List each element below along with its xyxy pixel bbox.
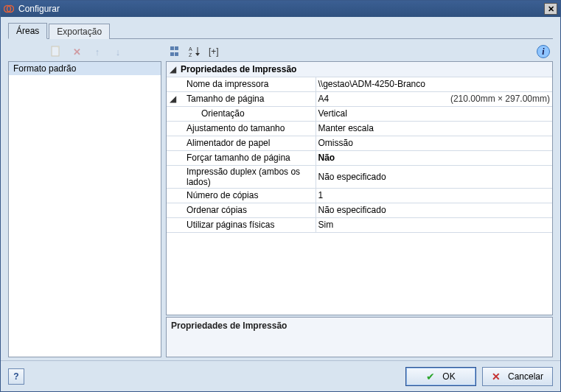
svg-text:Z: Z bbox=[189, 52, 192, 57]
property-value[interactable]: Vertical bbox=[316, 106, 552, 121]
close-button[interactable]: ✕ bbox=[544, 3, 557, 15]
property-label: Impressão duplex (ambos os lados) bbox=[181, 167, 313, 187]
expand-all-button[interactable]: [+] bbox=[209, 46, 219, 57]
list-item-label: Formato padrão bbox=[13, 63, 76, 74]
tab-areas[interactable]: Áreas bbox=[8, 23, 47, 39]
tab-label: Áreas bbox=[16, 26, 39, 36]
property-label: Número de cópias bbox=[181, 190, 258, 200]
titlebar: Configurar ✕ bbox=[1, 1, 560, 17]
property-grid[interactable]: ◢ Propriedades de Impressão Nome da impr… bbox=[166, 61, 553, 315]
x-icon: ✕ bbox=[492, 371, 501, 382]
property-row[interactable]: Ordenar cópias Não especificado bbox=[167, 203, 552, 217]
right-toolbar: A Z [+] i bbox=[166, 43, 553, 60]
property-row[interactable]: Alimentador de papel Omissão bbox=[167, 136, 552, 150]
property-row[interactable]: Forçar tamanho de página Não bbox=[167, 150, 552, 165]
property-row[interactable]: ◢ Tamanho de página A4 (210.00mm × 297.0… bbox=[167, 91, 552, 106]
alphabetical-sort-button[interactable]: A Z bbox=[188, 45, 203, 58]
new-item-icon bbox=[49, 45, 63, 58]
property-value[interactable]: Manter escala bbox=[316, 121, 552, 136]
property-row[interactable]: Utilizar páginas físicas Sim bbox=[167, 217, 552, 232]
property-group-row[interactable]: ◢ Propriedades de Impressão bbox=[167, 62, 552, 77]
property-row[interactable]: Orientação Vertical bbox=[167, 106, 552, 121]
info-button[interactable]: i bbox=[537, 45, 550, 58]
ok-label: OK bbox=[442, 371, 455, 382]
tab-bar: Áreas Exportação bbox=[8, 21, 553, 39]
property-label: Utilizar páginas físicas bbox=[181, 220, 274, 230]
property-value[interactable]: Sim bbox=[316, 217, 552, 232]
check-icon: ✔ bbox=[426, 371, 435, 382]
close-icon: ✕ bbox=[548, 4, 554, 14]
info-icon: i bbox=[542, 46, 544, 57]
group-title: Propriedades de Impressão bbox=[178, 62, 552, 77]
move-up-icon: ↑ bbox=[91, 45, 104, 58]
content-area: Áreas Exportação ✕ ↑ ↓ bbox=[1, 17, 560, 360]
property-label: Tamanho de página bbox=[181, 94, 264, 104]
property-row[interactable]: Ajustamento do tamanho Manter escala bbox=[167, 121, 552, 136]
list-item[interactable]: Formato padrão bbox=[9, 62, 161, 75]
property-value[interactable]: \\gestao\ADM-4250-Branco bbox=[316, 77, 552, 91]
property-label: Alimentador de papel bbox=[181, 138, 270, 148]
cancel-label: Cancelar bbox=[508, 371, 543, 382]
description-pane: Propriedades de Impressão bbox=[166, 317, 553, 357]
property-value[interactable]: A4 (210.00mm × 297.00mm) bbox=[316, 91, 552, 106]
toolbar-row: ✕ ↑ ↓ A Z [ bbox=[8, 43, 553, 60]
dialog-window: Configurar ✕ Áreas Exportação ✕ ↑ bbox=[0, 0, 561, 392]
left-toolbar: ✕ ↑ ↓ bbox=[8, 43, 166, 60]
svg-marker-7 bbox=[195, 53, 200, 56]
property-value[interactable]: Não especificado bbox=[316, 165, 552, 188]
help-button[interactable]: ? bbox=[8, 368, 24, 385]
property-label: Ajustamento do tamanho bbox=[181, 123, 285, 133]
property-row[interactable]: Número de cópias 1 bbox=[167, 188, 552, 203]
move-down-icon: ↓ bbox=[111, 45, 125, 58]
svg-rect-2 bbox=[52, 46, 59, 56]
svg-text:A: A bbox=[189, 46, 192, 52]
window-title: Configurar bbox=[18, 4, 544, 14]
ok-button[interactable]: ✔ OK bbox=[405, 367, 476, 386]
app-logo-icon bbox=[4, 4, 14, 14]
tab-exportacao[interactable]: Exportação bbox=[49, 24, 110, 39]
format-list[interactable]: Formato padrão bbox=[8, 61, 161, 357]
property-label: Orientação bbox=[181, 108, 245, 119]
property-label: Nome da impressora bbox=[181, 79, 268, 89]
collapse-icon[interactable]: ◢ bbox=[167, 62, 178, 77]
property-value[interactable]: Não bbox=[316, 150, 552, 165]
split-panes: Formato padrão ◢ Propriedades de Impress… bbox=[8, 61, 553, 357]
delete-icon: ✕ bbox=[70, 45, 83, 58]
categorized-view-button[interactable] bbox=[169, 45, 182, 58]
property-extra: (210.00mm × 297.00mm) bbox=[450, 94, 550, 104]
property-row[interactable]: Nome da impressora \\gestao\ADM-4250-Bra… bbox=[167, 77, 552, 91]
help-icon: ? bbox=[13, 371, 18, 382]
property-label: Ordenar cópias bbox=[181, 205, 247, 215]
property-value[interactable]: 1 bbox=[316, 188, 552, 203]
property-value[interactable]: Omissão bbox=[316, 136, 552, 150]
right-pane: ◢ Propriedades de Impressão Nome da impr… bbox=[166, 61, 553, 357]
property-value[interactable]: Não especificado bbox=[316, 203, 552, 217]
collapse-icon[interactable]: ◢ bbox=[167, 91, 178, 106]
tab-body: ✕ ↑ ↓ A Z [ bbox=[8, 41, 553, 357]
cancel-button[interactable]: ✕ Cancelar bbox=[482, 367, 553, 386]
dialog-footer: ? ✔ OK ✕ Cancelar bbox=[1, 360, 560, 391]
property-label: Forçar tamanho de página bbox=[181, 153, 290, 163]
description-title: Propriedades de Impressão bbox=[171, 321, 287, 331]
tab-label: Exportação bbox=[57, 27, 102, 37]
property-row[interactable]: Impressão duplex (ambos os lados) Não es… bbox=[167, 165, 552, 188]
